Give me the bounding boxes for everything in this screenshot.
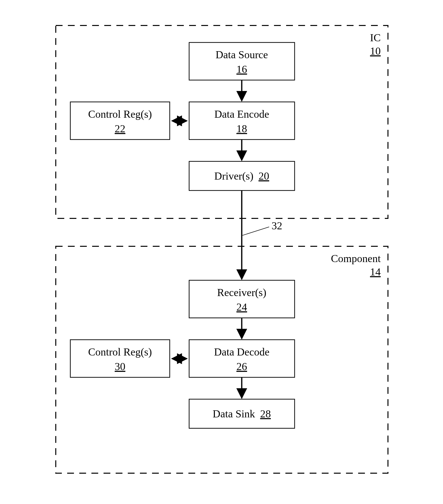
block-data-decode-ref: 26 [237,360,247,373]
block-data-sink-ref: 28 [260,408,271,420]
block-drivers-text: Driver(s) 20 [214,170,269,182]
leader-wire-label [242,227,269,235]
block-control-regs-a-ref: 22 [115,123,125,135]
block-data-sink-text: Data Sink 28 [213,408,271,420]
block-data-source-label: Data Source [216,49,268,61]
container-ic-ref: 10 [370,45,381,57]
block-receivers-label: Receiver(s) [217,287,267,298]
block-control-regs-b-ref: 30 [115,360,125,373]
block-data-sink-label: Data Sink [213,408,255,420]
block-data-encode-label: Data Encode [214,108,269,120]
block-drivers-label: Driver(s) [214,170,253,182]
block-data-decode-label: Data Decode [214,346,269,358]
block-receivers-ref: 24 [237,301,247,313]
diagram-canvas: IC 10 Data Source 16 Data Encode 18 Cont… [0,0,443,504]
container-component-label: Component [331,252,381,265]
block-data-encode-ref: 18 [237,123,247,135]
wire-label: 32 [272,220,282,232]
container-component-ref: 14 [370,266,381,278]
block-control-regs-b-label: Control Reg(s) [88,346,152,358]
block-control-regs-a-label: Control Reg(s) [88,108,152,120]
block-data-source-ref: 16 [237,63,247,75]
block-drivers-ref: 20 [258,170,269,182]
container-ic-label: IC [370,32,381,44]
